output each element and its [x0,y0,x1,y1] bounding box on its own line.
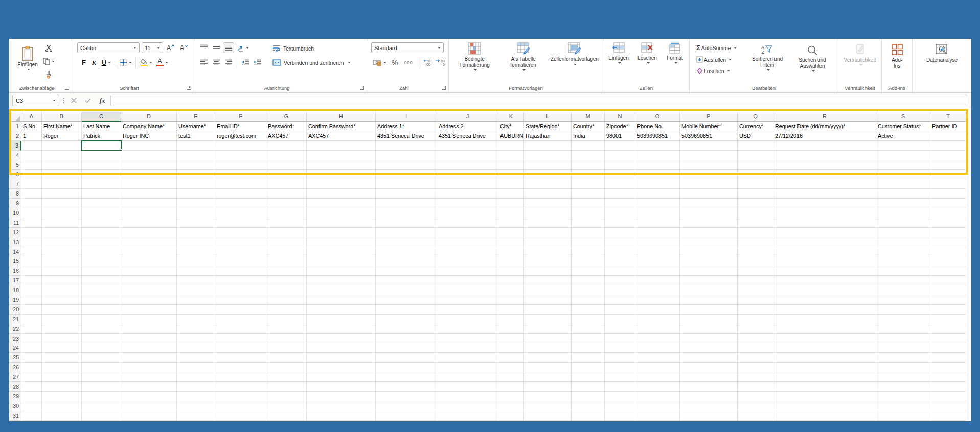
cell-J11[interactable] [437,218,498,228]
cell-G3[interactable] [266,141,307,151]
cell-H28[interactable] [307,382,376,392]
cell-C14[interactable] [82,247,121,257]
row-header-11[interactable]: 11 [9,218,21,228]
cell-A19[interactable] [21,295,42,305]
cell-S20[interactable] [876,305,930,315]
decrease-indent-icon[interactable] [240,57,251,68]
cell-C8[interactable] [82,189,121,199]
cell-B27[interactable] [42,372,82,382]
cell-N20[interactable] [605,305,635,315]
cell-E12[interactable] [177,228,215,237]
fill-color-button[interactable] [139,57,154,68]
cell-F9[interactable] [215,199,266,208]
percent-style-button[interactable]: % [389,57,401,68]
sensitivity-button[interactable]: Vertraulichkeit [838,39,881,66]
cell-R7[interactable] [773,179,876,189]
alignment-dialog-launcher-icon[interactable] [360,86,364,90]
cell-T11[interactable] [930,218,966,228]
cell-T7[interactable] [930,179,966,189]
cell-O31[interactable] [635,411,680,421]
cell-A10[interactable] [21,208,42,218]
cell-M3[interactable] [572,141,605,151]
cell-E17[interactable] [177,276,215,285]
cell-L22[interactable] [524,324,572,334]
cell-J26[interactable] [437,363,498,372]
cell-P25[interactable] [680,353,738,363]
cell-J30[interactable] [437,401,498,411]
cell-L19[interactable] [524,295,572,305]
cell-Q20[interactable] [738,305,773,315]
cell-K17[interactable] [498,276,524,285]
cell-R14[interactable] [773,247,876,257]
col-header-R[interactable]: R [773,112,876,122]
cell-L18[interactable] [524,285,572,295]
cell-P1[interactable]: Mobile Number* [680,122,738,131]
cell-E15[interactable] [177,256,215,266]
row-header-26[interactable]: 26 [9,363,21,372]
cell-J3[interactable] [437,141,498,151]
cell-T2[interactable] [930,131,966,141]
cell-I2[interactable]: 4351 Seneca Drive [376,131,437,141]
cell-A27[interactable] [21,372,42,382]
cell-T12[interactable] [930,228,966,237]
cell-Q16[interactable] [738,266,773,276]
cell-I7[interactable] [376,179,437,189]
cell-Q17[interactable] [738,276,773,285]
cell-G31[interactable] [266,411,307,421]
cell-K5[interactable] [498,160,524,170]
cell-H6[interactable] [307,170,376,179]
cell-S4[interactable] [876,151,930,160]
borders-button[interactable] [119,57,133,68]
cell-P21[interactable] [680,315,738,324]
cell-G13[interactable] [266,237,307,247]
cell-R3[interactable] [773,141,876,151]
row-header-6[interactable]: 6 [9,170,21,179]
cell-O6[interactable] [635,170,680,179]
cell-J16[interactable] [437,266,498,276]
col-header-B[interactable]: B [42,112,82,122]
formula-input[interactable] [110,95,968,106]
cell-F4[interactable] [215,151,266,160]
cell-A17[interactable] [21,276,42,285]
cell-N17[interactable] [605,276,635,285]
cell-P8[interactable] [680,189,738,199]
cell-M21[interactable] [572,315,605,324]
cell-O11[interactable] [635,218,680,228]
cell-K15[interactable] [498,256,524,266]
cell-Q10[interactable] [738,208,773,218]
cell-K24[interactable] [498,343,524,353]
cell-A30[interactable] [21,401,42,411]
cell-A23[interactable] [21,334,42,344]
cell-N10[interactable] [605,208,635,218]
cell-Q6[interactable] [738,170,773,179]
cell-L27[interactable] [524,372,572,382]
cell-R27[interactable] [773,372,876,382]
cell-S27[interactable] [876,372,930,382]
cell-R25[interactable] [773,353,876,363]
cell-N14[interactable] [605,247,635,257]
cell-K16[interactable] [498,266,524,276]
cell-D24[interactable] [121,343,177,353]
cell-A31[interactable] [21,411,42,421]
cell-G17[interactable] [266,276,307,285]
cell-F10[interactable] [215,208,266,218]
cell-S22[interactable] [876,324,930,334]
cell-O27[interactable] [635,372,680,382]
cell-A2[interactable]: 1 [21,131,42,141]
row-header-13[interactable]: 13 [9,237,21,247]
cancel-icon[interactable] [67,95,80,106]
cell-C1[interactable]: Last Name [82,122,121,131]
cell-Q23[interactable] [738,334,773,344]
format-cells-button[interactable]: Format [663,39,687,92]
cell-E8[interactable] [177,189,215,199]
cell-D10[interactable] [121,208,177,218]
cell-G21[interactable] [266,315,307,324]
cell-N12[interactable] [605,228,635,237]
cell-L11[interactable] [524,218,572,228]
cell-B10[interactable] [42,208,82,218]
cell-D28[interactable] [121,382,177,392]
cell-T30[interactable] [930,401,966,411]
cell-F19[interactable] [215,295,266,305]
cell-T9[interactable] [930,199,966,208]
cell-B9[interactable] [42,199,82,208]
